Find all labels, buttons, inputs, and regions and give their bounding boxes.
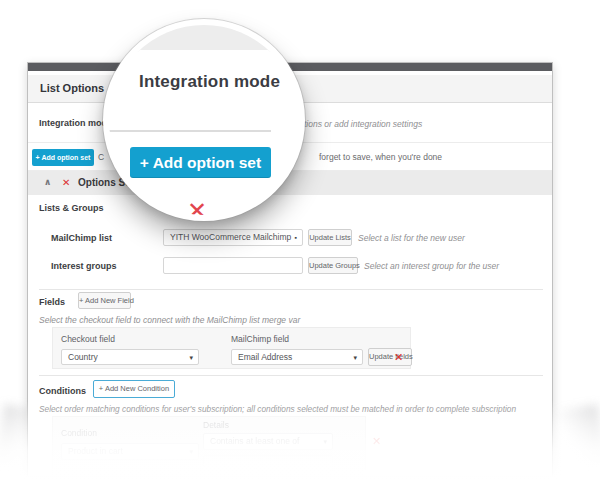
mailchimp-field-select[interactable]: Email Address ▾ bbox=[231, 349, 363, 365]
bottom-fade bbox=[0, 400, 600, 493]
chevron-up-icon[interactable]: ∧ bbox=[44, 177, 51, 187]
checkout-field-select[interactable]: Country ▾ bbox=[61, 349, 199, 365]
conditions-label: Conditions bbox=[39, 386, 86, 396]
conditions-divider bbox=[39, 375, 543, 376]
checkout-field-value: Country bbox=[68, 352, 98, 362]
interest-groups-label: Interest groups bbox=[51, 261, 117, 271]
interest-groups-hint: Select an interest group for the user bbox=[364, 261, 499, 271]
dropdown-icon: ▪ bbox=[295, 230, 297, 245]
magnified-integration-mode-title: Integration mode bbox=[139, 72, 280, 92]
mailchimp-field-label: MailChimp field bbox=[231, 334, 289, 344]
add-new-field-button[interactable]: + Add New Field bbox=[78, 292, 131, 309]
magnifier-content: Integration mode + Add option set ✕ bbox=[109, 25, 299, 215]
magnified-add-option-set-button[interactable]: + Add option set bbox=[130, 147, 271, 178]
fields-hint: Select the checkout field to connect wit… bbox=[39, 315, 300, 325]
mailchimp-list-value: YITH WooCommerce Mailchimp bbox=[170, 232, 291, 242]
page-title: List Options bbox=[40, 82, 104, 94]
mailchimp-list-select[interactable]: YITH WooCommerce Mailchimp ▪ bbox=[163, 229, 303, 246]
delete-field-icon[interactable]: ✕ bbox=[394, 351, 403, 364]
add-option-set-button[interactable]: + Add option set bbox=[32, 149, 94, 166]
options-set-header[interactable]: ∧ ✕ Options Set bbox=[28, 171, 552, 195]
update-fields-button[interactable]: Update fields bbox=[368, 348, 412, 366]
fields-label: Fields bbox=[39, 297, 65, 307]
field-mapping-row: Checkout field MailChimp field Country ▾… bbox=[52, 327, 411, 369]
mailchimp-list-hint: Select a list for the new user bbox=[358, 233, 465, 243]
save-note-fragment-right: forget to save, when you're done bbox=[319, 152, 442, 162]
checkout-field-label: Checkout field bbox=[61, 334, 115, 344]
dropdown-icon: ▾ bbox=[353, 350, 357, 365]
interest-groups-input[interactable] bbox=[163, 257, 303, 274]
dropdown-icon: ▾ bbox=[189, 350, 193, 365]
magnified-header-band bbox=[109, 25, 299, 52]
save-note-fragment-left: C bbox=[98, 152, 104, 162]
update-lists-button[interactable]: Update Lists bbox=[308, 229, 352, 246]
integration-mode-hint: tions or add integration settings bbox=[304, 119, 422, 129]
screenshot-stage: List Options Integration mode tions or a… bbox=[0, 0, 600, 493]
add-new-condition-button[interactable]: + Add New Condition bbox=[93, 380, 175, 398]
magnifier-lens: Integration mode + Add option set ✕ bbox=[103, 19, 305, 221]
mailchimp-field-value: Email Address bbox=[238, 352, 292, 362]
lists-groups-label: Lists & Groups bbox=[39, 203, 104, 213]
fields-divider bbox=[39, 289, 543, 290]
mailchimp-list-label: MailChimp list bbox=[51, 233, 112, 243]
delete-option-set-icon[interactable]: ✕ bbox=[62, 177, 70, 188]
magnified-delete-x-icon: ✕ bbox=[187, 197, 207, 215]
magnified-row-divider bbox=[109, 130, 271, 132]
integration-mode-label: Integration mode bbox=[39, 118, 112, 128]
update-groups-button[interactable]: Update Groups bbox=[308, 257, 358, 274]
